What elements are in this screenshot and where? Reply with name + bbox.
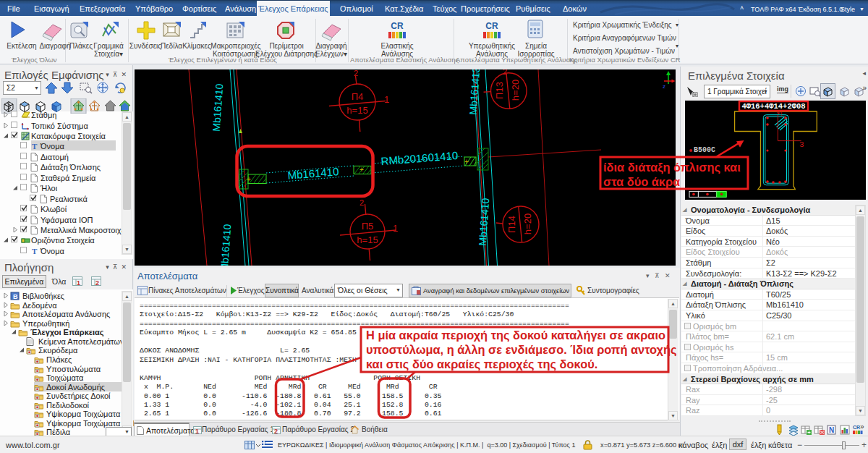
svg-text:Mb161410: Mb161410 — [210, 83, 226, 132]
svg-text:+: + — [359, 166, 364, 174]
svg-text:2: 2 — [359, 198, 364, 207]
svg-text:CR: CR — [485, 21, 498, 31]
svg-text:1: 1 — [77, 279, 80, 287]
svg-text:3: 3 — [799, 140, 804, 149]
svg-text:RMb201601410: RMb201601410 — [380, 149, 459, 167]
svg-text:CR: CR — [391, 21, 404, 31]
svg-text:2: 2 — [274, 428, 278, 434]
svg-text:Φ|: Φ| — [777, 110, 783, 116]
svg-text:h=15: h=15 — [346, 105, 367, 116]
svg-text:CR: CR — [853, 425, 860, 430]
svg-text:1: 1 — [393, 223, 398, 234]
svg-text:h=15: h=15 — [357, 234, 378, 245]
svg-text:Π5: Π5 — [362, 221, 374, 232]
svg-text:Mb161410: Mb161410 — [477, 198, 492, 246]
svg-text:B: B — [13, 293, 18, 300]
svg-text:h=20: h=20 — [510, 80, 521, 101]
svg-text:B500C: B500C — [694, 146, 715, 154]
svg-text:2: 2 — [354, 69, 358, 77]
svg-text:1: 1 — [384, 94, 389, 105]
svg-text:Mb161410: Mb161410 — [218, 224, 234, 266]
svg-text:Π4: Π4 — [352, 91, 364, 102]
svg-text:2: 2 — [503, 69, 507, 76]
svg-text:Π13: Π13 — [494, 82, 505, 99]
svg-text:2: 2 — [95, 279, 99, 287]
svg-text:h=20: h=20 — [522, 213, 533, 234]
svg-text:T: T — [32, 247, 38, 255]
svg-text:Mb161410: Mb161410 — [287, 165, 339, 182]
svg-text:1: 1 — [195, 428, 199, 434]
svg-text:+: + — [464, 158, 469, 166]
svg-text:z: z — [663, 83, 665, 90]
svg-text:N: N — [829, 426, 834, 434]
svg-text:Π14: Π14 — [506, 216, 517, 233]
svg-text:Mb161413: Mb161413 — [467, 69, 482, 115]
svg-text:+: + — [247, 175, 251, 183]
svg-text:T: T — [32, 142, 38, 151]
